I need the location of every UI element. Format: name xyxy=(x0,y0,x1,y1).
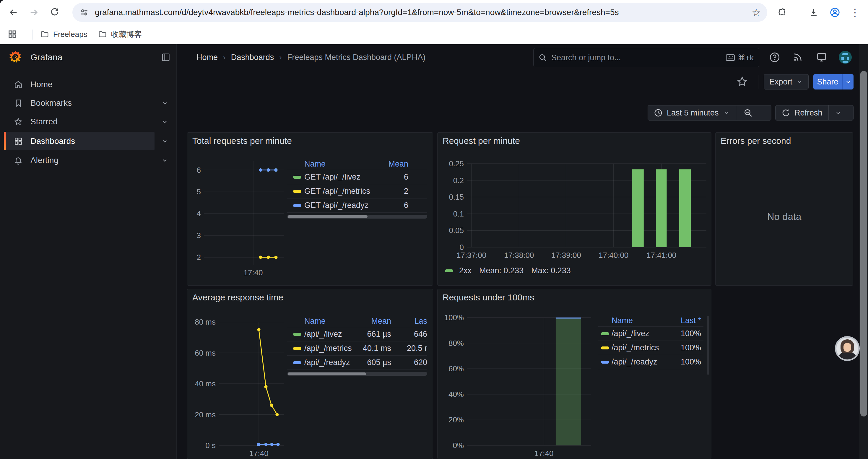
sidebar-item-label: Home xyxy=(30,80,53,89)
legend-cell-name: /api/_/metrics xyxy=(612,343,669,352)
series-color-chip xyxy=(293,333,301,336)
share-label[interactable]: Share xyxy=(813,77,842,87)
chevron-down-icon[interactable] xyxy=(161,157,169,164)
extensions-icon[interactable] xyxy=(774,4,790,21)
series-label[interactable]: 2xx xyxy=(459,266,471,275)
url-text[interactable]: grafana.mathmast.com/d/deytv4rwavabkb/fr… xyxy=(95,8,745,17)
legend-column-header[interactable]: Name xyxy=(304,160,376,169)
apps-grid-icon[interactable] xyxy=(4,26,21,42)
x-tick-label: 17:39:00 xyxy=(539,251,593,260)
y-tick-label: 0% xyxy=(431,441,464,450)
legend-cell-last: 100% xyxy=(669,329,701,338)
reload-button[interactable] xyxy=(46,4,63,21)
forward-button[interactable] xyxy=(26,4,42,21)
y-tick-label: 4 xyxy=(168,209,201,218)
collapse-sidebar-icon[interactable] xyxy=(161,53,170,62)
legend-column-header[interactable]: Mean xyxy=(353,317,391,326)
scrollbar-thumb[interactable] xyxy=(288,215,368,218)
help-icon[interactable] xyxy=(768,51,781,64)
scrollbar-thumb[interactable] xyxy=(288,372,366,375)
timeseries-chart[interactable]: 0 s20 ms40 ms60 ms80 ms17:40 xyxy=(219,322,284,446)
legend-cell-mean: 40.1 ms xyxy=(353,344,391,353)
panel-title[interactable]: Request per minute xyxy=(442,136,520,146)
grafana-header-left: Grafana xyxy=(0,44,176,70)
back-button[interactable] xyxy=(5,4,22,21)
y-tick-label: 0.2 xyxy=(431,176,464,185)
legend-row[interactable]: /api/_/livez661 µs646 xyxy=(287,327,427,341)
chevron-down-icon[interactable] xyxy=(161,137,169,145)
sidebar-item-bookmarks[interactable]: Bookmarks xyxy=(4,94,155,112)
grafana-logo[interactable] xyxy=(8,50,23,65)
y-tick-label: 0.1 xyxy=(431,209,464,219)
browser-menu-icon[interactable]: ⋮ xyxy=(847,4,863,21)
y-tick-label: 6 xyxy=(168,165,201,175)
site-settings-icon[interactable] xyxy=(80,8,89,17)
user-avatar[interactable] xyxy=(839,51,852,64)
bar-chart[interactable]: 00.050.10.150.20.2517:37:0017:38:0017:39… xyxy=(467,164,706,247)
refresh-controls: Refresh xyxy=(775,105,854,121)
sidebar-item-home[interactable]: Home xyxy=(4,75,155,94)
x-tick-label: 17:41:00 xyxy=(635,251,688,260)
chevron-down-icon xyxy=(723,109,730,117)
legend-h-scrollbar[interactable] xyxy=(287,372,427,376)
breadcrumb-home[interactable]: Home xyxy=(196,53,218,62)
download-icon[interactable] xyxy=(805,4,822,21)
bookmark-star-icon[interactable]: ☆ xyxy=(752,6,761,18)
monitor-icon[interactable] xyxy=(815,51,828,64)
legend-row[interactable]: /api/_/readyz605 µs620 xyxy=(287,356,427,370)
legend-h-scrollbar[interactable] xyxy=(287,215,427,219)
panel-title[interactable]: Total requests per minute xyxy=(192,136,292,146)
sidebar-item-alerting[interactable]: Alerting xyxy=(4,151,155,169)
profile-icon[interactable] xyxy=(827,4,843,21)
scrollbar-thumb[interactable] xyxy=(860,71,867,417)
bookmark-folder-freeleaps[interactable]: Freeleaps xyxy=(36,27,92,41)
legend-cell-name: GET /api/_/readyz xyxy=(304,201,376,210)
share-menu-button[interactable] xyxy=(842,74,854,90)
legend-column-header[interactable]: Las xyxy=(391,317,427,326)
chevron-down-icon[interactable] xyxy=(161,99,169,107)
legend-row[interactable]: GET /api/_/readyz6 xyxy=(287,198,427,213)
legend-column-header[interactable]: Mean xyxy=(376,160,408,169)
breadcrumb-dashboards[interactable]: Dashboards xyxy=(231,53,274,62)
legend-cell-last: 646 xyxy=(391,330,427,339)
legend-row[interactable]: /api/_/readyz100% xyxy=(598,355,704,369)
legend-column-header[interactable]: Name xyxy=(304,317,353,326)
legend-column-header[interactable]: Name xyxy=(612,316,669,325)
panel-title[interactable]: Average response time xyxy=(192,292,283,302)
sidebar-item-starred[interactable]: Starred xyxy=(4,112,155,131)
url-bar[interactable]: grafana.mathmast.com/d/deytv4rwavabkb/fr… xyxy=(72,3,767,22)
y-tick-label: 100% xyxy=(431,313,464,322)
timeseries-chart[interactable]: 2345617:40 xyxy=(204,161,284,265)
panel-title[interactable]: Requests under 100ms xyxy=(442,292,534,302)
sidebar-item-dashboards[interactable]: Dashboards xyxy=(4,132,155,150)
home-icon xyxy=(14,80,23,89)
legend-cell-mean: 6 xyxy=(376,172,408,182)
bar-chart[interactable]: 0%20%40%60%80%100%17:40 xyxy=(467,318,591,446)
legend-row[interactable]: GET /api/_/metrics2 xyxy=(287,184,427,198)
refresh-interval-button[interactable] xyxy=(829,105,848,120)
legend-cell-mean: 661 µs xyxy=(353,330,391,339)
legend-column-header[interactable]: Last * xyxy=(669,316,701,325)
legend-row[interactable]: GET /api/_/livez6 xyxy=(287,170,427,184)
legend-header: NameMeanLas xyxy=(287,315,427,327)
news-icon[interactable] xyxy=(791,51,804,64)
breadcrumb-separator: › xyxy=(223,53,226,62)
panel-legend-table: NameMeanGET /api/_/livez6GET /api/_/metr… xyxy=(287,158,427,219)
export-button[interactable]: Export xyxy=(764,74,809,90)
panel-title[interactable]: Errors per second xyxy=(720,136,791,146)
chevron-down-icon[interactable] xyxy=(161,118,169,126)
refresh-button[interactable]: Refresh xyxy=(776,105,829,120)
zoom-out-button[interactable] xyxy=(736,105,760,120)
y-tick-label: 0.25 xyxy=(431,159,464,168)
legend-row[interactable]: /api/_/metrics100% xyxy=(598,341,704,355)
legend-scrollbar[interactable] xyxy=(707,316,709,375)
assistant-avatar-widget[interactable] xyxy=(835,336,860,361)
search-input[interactable]: Search or jump to... ⌘+k xyxy=(533,48,759,67)
time-range-picker[interactable]: Last 5 minutes xyxy=(648,105,736,120)
favorite-dashboard-icon[interactable] xyxy=(736,76,749,89)
legend-row[interactable]: /api/_/livez100% xyxy=(598,327,704,341)
share-button[interactable]: Share xyxy=(813,74,854,90)
panel-legend[interactable]: 2xx Mean: 0.233 Max: 0.233 xyxy=(445,266,571,275)
legend-row[interactable]: /api/_/metrics40.1 ms20.5 r xyxy=(287,341,427,356)
bookmark-folder-blogs[interactable]: 收藏博客 xyxy=(94,27,146,41)
